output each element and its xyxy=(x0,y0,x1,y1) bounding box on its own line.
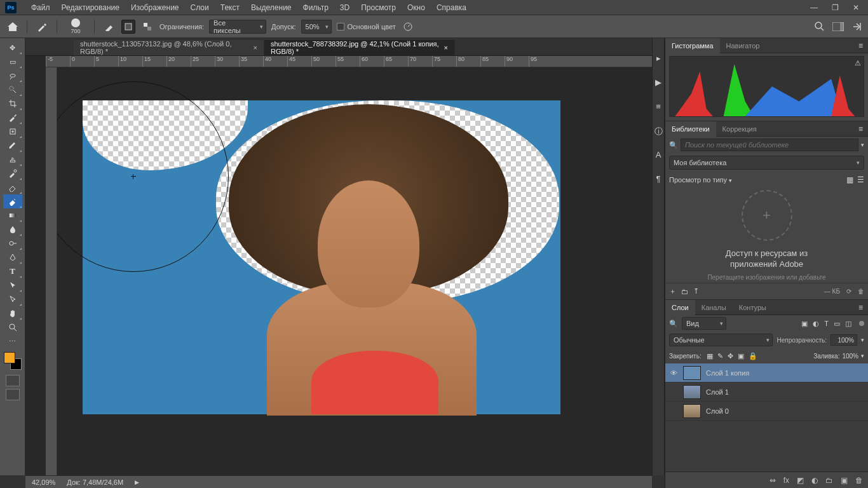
tab-layers[interactable]: Слои xyxy=(665,300,695,315)
menu-image[interactable]: Изображение xyxy=(125,3,185,12)
add-asset-dropzone[interactable]: + xyxy=(742,190,792,241)
filter-type-icon[interactable]: T xyxy=(824,320,829,328)
layer-thumbnail[interactable] xyxy=(683,385,701,399)
pressure-icon[interactable] xyxy=(401,20,415,34)
eraser-tool[interactable] xyxy=(3,180,22,194)
background-eraser-tool[interactable] xyxy=(3,194,22,208)
group-icon[interactable]: 🗀 xyxy=(825,476,833,485)
panel-menu-icon[interactable]: ≡ xyxy=(853,303,868,312)
window-minimize-icon[interactable]: — xyxy=(810,3,818,12)
search-icon[interactable] xyxy=(815,22,825,32)
menu-file[interactable]: Файл xyxy=(25,3,56,12)
panel-menu-icon[interactable]: ≡ xyxy=(853,41,868,50)
layer-mask-icon[interactable]: ◩ xyxy=(797,476,804,485)
adjustment-layer-icon[interactable]: ◐ xyxy=(811,476,818,485)
menu-view[interactable]: Просмотр xyxy=(355,3,402,12)
menu-3d[interactable]: 3D xyxy=(334,3,355,12)
document-tab-2[interactable]: shutterstock_788738392.jpg @ 42,1% (Слой… xyxy=(264,40,455,55)
eyedropper-tool[interactable] xyxy=(3,111,22,125)
layer-style-icon[interactable]: fx xyxy=(783,476,789,485)
sampling-once-icon[interactable] xyxy=(121,20,135,34)
paragraph-panel-icon[interactable]: ¶ xyxy=(653,174,663,184)
gradient-tool[interactable] xyxy=(3,208,22,222)
history-brush-tool[interactable] xyxy=(3,166,22,180)
ruler-horizontal[interactable]: -505101520253035404550556065707580859095 xyxy=(46,56,652,67)
grid-view-icon[interactable]: ▦ xyxy=(846,175,853,184)
lock-all-icon[interactable]: 🔒 xyxy=(749,352,757,360)
layer-name[interactable]: Слой 1 xyxy=(706,388,729,396)
filter-smart-icon[interactable]: ◫ xyxy=(845,320,851,328)
protect-foreground-checkbox[interactable]: Основной цвет xyxy=(337,23,396,30)
layer-thumbnail[interactable] xyxy=(683,404,701,418)
list-view-icon[interactable]: ☰ xyxy=(857,175,864,184)
character-panel-icon[interactable]: A xyxy=(653,150,663,160)
close-tab-icon[interactable]: × xyxy=(444,44,448,51)
canvas-viewport[interactable] xyxy=(57,67,652,475)
menu-select[interactable]: Выделение xyxy=(245,3,297,12)
filter-adjust-icon[interactable]: ◐ xyxy=(813,320,819,328)
hand-tool[interactable] xyxy=(3,306,22,320)
document-canvas[interactable] xyxy=(83,100,560,414)
lock-pixels-icon[interactable]: ✎ xyxy=(717,352,723,360)
crop-tool[interactable] xyxy=(3,97,22,111)
brush-size-preview[interactable]: 700 xyxy=(65,18,86,34)
share-icon[interactable] xyxy=(851,22,862,32)
tab-histogram[interactable]: Гистограмма xyxy=(665,38,720,53)
foreground-color[interactable] xyxy=(4,352,15,363)
clone-stamp-tool[interactable] xyxy=(3,152,22,166)
tolerance-select[interactable]: 50% xyxy=(301,20,332,34)
chevron-down-icon[interactable]: ▾ xyxy=(861,142,864,148)
lock-artboard-icon[interactable]: ▣ xyxy=(738,352,744,360)
actions-panel-icon[interactable]: ▶ xyxy=(653,78,663,88)
workspace-icon[interactable] xyxy=(832,22,844,31)
screen-mode-icon[interactable] xyxy=(6,389,20,400)
quick-select-tool[interactable] xyxy=(3,83,22,97)
blur-tool[interactable] xyxy=(3,222,22,236)
zoom-tool[interactable] xyxy=(3,320,22,334)
tab-paths[interactable]: Контуры xyxy=(733,300,773,315)
spot-heal-tool[interactable] xyxy=(3,125,22,139)
filter-pixel-icon[interactable]: ▣ xyxy=(801,320,808,328)
layer-thumbnail[interactable] xyxy=(683,366,701,380)
quick-mask-icon[interactable] xyxy=(6,375,20,386)
window-restore-icon[interactable]: ❐ xyxy=(832,3,839,12)
layer-filter-select[interactable]: Вид xyxy=(682,317,726,330)
view-by-type[interactable]: Просмотр по типу ▾ xyxy=(669,176,732,184)
sampling-swatch-icon[interactable] xyxy=(140,20,154,34)
warning-icon[interactable]: ⚠ xyxy=(855,59,861,67)
delete-icon[interactable]: 🗑 xyxy=(858,288,864,295)
filter-shape-icon[interactable]: ▭ xyxy=(834,320,840,328)
menu-type[interactable]: Текст xyxy=(215,3,245,12)
visibility-toggle[interactable]: 👁 xyxy=(669,369,678,377)
add-asset-icon[interactable]: ＋ xyxy=(669,287,676,296)
layer-row[interactable]: Слой 1 xyxy=(665,383,868,402)
add-folder-icon[interactable]: 🗀 xyxy=(681,288,688,295)
menu-window[interactable]: Окно xyxy=(402,3,431,12)
tool-preset-icon[interactable] xyxy=(35,20,49,34)
shape-tool[interactable] xyxy=(3,292,22,306)
document-info[interactable]: Док: 7,48M/24,6M xyxy=(67,478,123,486)
lock-position-icon[interactable]: ✥ xyxy=(728,352,733,360)
edit-toolbar[interactable]: ⋯ xyxy=(3,334,22,348)
ruler-vertical[interactable] xyxy=(46,67,57,475)
color-swatches[interactable] xyxy=(4,352,22,370)
layer-name[interactable]: Слой 0 xyxy=(706,407,729,415)
move-tool[interactable]: ✥ xyxy=(3,41,22,55)
lasso-tool[interactable] xyxy=(3,69,22,83)
blend-mode-select[interactable]: Обычные xyxy=(669,334,773,346)
tab-channels[interactable]: Каналы xyxy=(695,300,733,315)
window-close-icon[interactable]: ✕ xyxy=(853,3,859,12)
tab-adjustments[interactable]: Коррекция xyxy=(716,121,763,137)
type-tool[interactable]: T xyxy=(3,264,22,278)
opacity-input[interactable]: 100% xyxy=(831,334,857,346)
limits-select[interactable]: Все пикселы xyxy=(209,20,266,34)
history-panel-icon[interactable]: ▸ xyxy=(653,53,663,64)
layer-row[interactable]: Слой 0 xyxy=(665,402,868,421)
tab-navigator[interactable]: Навигатор xyxy=(720,38,766,53)
sampling-continuous-icon[interactable] xyxy=(102,20,116,34)
filter-toggle[interactable] xyxy=(859,321,864,326)
link-layers-icon[interactable]: ⇔ xyxy=(770,476,776,485)
properties-panel-icon[interactable]: ≡ xyxy=(653,102,663,112)
tab-libraries[interactable]: Библиотеки xyxy=(665,121,716,137)
layer-row[interactable]: 👁 Слой 1 копия xyxy=(665,363,868,383)
